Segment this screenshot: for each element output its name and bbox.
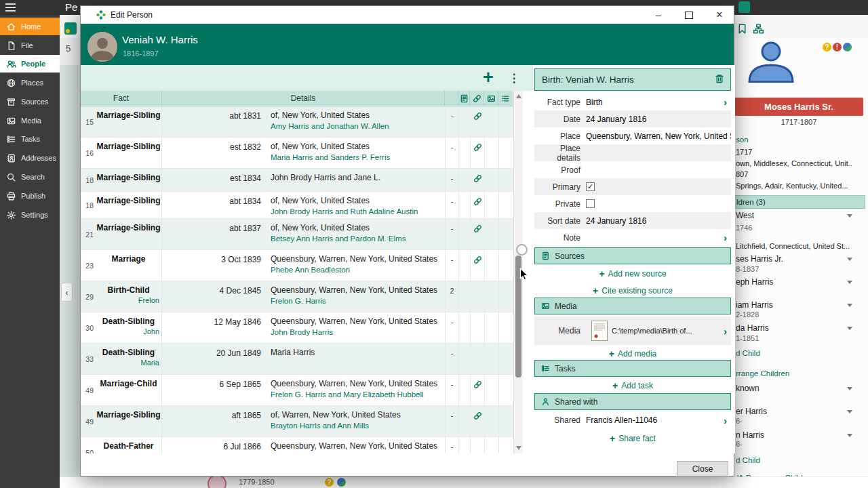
tree-person-row[interactable]: eph Harris [736,277,852,287]
column-header-details[interactable]: Details [162,91,445,106]
avatar[interactable] [87,31,118,62]
link-cell[interactable] [470,219,484,249]
chevron-down-icon[interactable] [847,387,852,390]
collapse-panel-button[interactable]: ‹ [61,283,73,302]
tree-link[interactable]: son [736,136,852,144]
chevron-right-icon[interactable]: › [721,325,731,337]
fact-row[interactable]: 49 Marriage-Sibling aft 1865 of, Warren,… [81,406,513,437]
link-cell[interactable] [470,406,484,436]
alert-icon[interactable]: ! [833,43,842,52]
shared-with-section-header[interactable]: Shared with [534,393,731,410]
add-task-link[interactable]: + Add task [534,380,731,391]
sidebar-item-file[interactable]: File [0,37,60,54]
sidebar-item-people[interactable]: People [0,55,60,73]
field-place-details[interactable]: Place details [534,144,731,161]
chevron-right-icon[interactable]: › [721,96,731,108]
sources-section-header[interactable]: Sources [534,247,731,264]
tree-person-row[interactable]: ses Harris Jr. [736,254,852,264]
sidebar-item-places[interactable]: Places [0,74,60,92]
tree-children-header[interactable]: ldren (3) [734,195,865,209]
fact-row[interactable]: 33 Death-SiblingMaria 20 Jun 1849 Maria … [81,344,513,375]
dialog-titlebar[interactable]: Edit Person – × [81,6,734,24]
field-private[interactable]: Private [534,195,731,212]
tree-person-row[interactable]: iam Harris [736,300,852,310]
sidebar-item-search[interactable]: Search [0,168,60,186]
media-section-header[interactable]: Media [534,298,731,314]
link-cell[interactable] [470,138,484,168]
close-button[interactable]: Close [677,461,728,476]
field-sort-date[interactable]: Sort date 24 January 1816 [534,212,731,229]
chevron-down-icon[interactable] [847,304,852,307]
chevron-down-icon[interactable] [847,258,852,261]
shared-row[interactable]: Shared Francis Allen-11046 › [534,412,731,428]
add-child-link[interactable]: d Child [736,456,852,464]
link-cell[interactable] [470,250,484,281]
fact-row[interactable]: 15 Marriage-Sibling abt 1831 of, New Yor… [81,106,513,138]
tree-person-row[interactable]: known [736,384,852,393]
field-fact-type[interactable]: Fact type Birth › [534,94,731,110]
tree-person-row[interactable]: da Harris [736,323,852,333]
sidebar-item-home[interactable]: Home [0,18,60,35]
share-fact-link[interactable]: + Share fact [534,433,731,444]
tree-person-row[interactable]: West [736,211,852,220]
scroll-up-arrow[interactable] [516,94,521,98]
problem-icon[interactable]: ? [823,43,831,52]
chevron-down-icon[interactable] [847,214,852,218]
fact-row[interactable]: 30 Death-SiblingJohn 12 May 1846 Queensb… [81,312,513,344]
sidebar-item-settings[interactable]: Settings [0,206,60,224]
tree-share-icon[interactable] [64,22,77,35]
sidebar-item-sources[interactable]: Sources [0,93,60,110]
org-chart-icon[interactable] [753,23,764,37]
field-primary[interactable]: Primary ✓ [534,178,731,195]
fact-row[interactable]: 29 Birth-ChildFrelon 4 Dec 1845 Queensbu… [81,281,513,312]
add-media-link[interactable]: + Add media [534,348,731,359]
fact-row[interactable]: 50 Death-Father 6 Jul 1866 Queensbury, W… [81,437,513,453]
fact-row[interactable]: 49 Marriage-Child 6 Sep 1865 Queensbury,… [81,375,513,406]
link-cell[interactable] [470,169,484,191]
field-date[interactable]: Date 24 January 1816 [534,110,731,127]
app-icon[interactable] [738,1,750,13]
close-window-button[interactable]: × [708,6,731,24]
chevron-right-icon[interactable]: › [721,232,731,243]
fact-row[interactable]: 16 Marriage-Sibling est 1832 of, New Yor… [81,138,513,169]
link-cell[interactable] [470,375,484,405]
chevron-down-icon[interactable] [847,327,852,330]
tree-person-row[interactable]: er Harris [736,407,852,416]
chevron-down-icon[interactable] [847,410,852,413]
maximize-button[interactable] [677,6,701,24]
minimize-button[interactable]: – [647,6,670,24]
sidebar-item-publish[interactable]: Publish [0,187,60,205]
private-checkbox[interactable] [586,199,595,208]
chevron-down-icon[interactable] [847,281,852,284]
bookmark-icon[interactable] [736,23,748,37]
sidebar-item-tasks[interactable]: Tasks [0,130,60,148]
fact-row[interactable]: 23 Marriage 3 Oct 1839 Queensbury, Warre… [81,250,513,281]
field-note[interactable]: Note › [534,229,731,246]
tasks-section-header[interactable]: Tasks [534,360,731,377]
field-place[interactable]: Place Queensbury, Warren, New York, Unit… [534,127,731,144]
sidebar-item-media[interactable]: Media [0,112,60,129]
tree-person-row[interactable]: n Harris [736,430,852,440]
add-child-link[interactable]: d Child [736,349,852,357]
sidebar-item-addresses[interactable]: Addresses [0,149,60,167]
add-fact-button[interactable]: + [478,64,498,90]
add-new-source-link[interactable]: + Add new source [534,268,731,279]
fact-row[interactable]: 18 Marriage-Sibling abt 1834 of, New Yor… [81,192,513,219]
column-header-fact[interactable]: Fact [81,91,162,106]
link-cell[interactable] [470,106,484,137]
person-name-badge[interactable]: Moses Harris Sr. [734,98,863,116]
problem-icon[interactable]: ? [325,478,334,487]
chevron-right-icon[interactable]: › [721,415,731,426]
webhint-icon[interactable] [337,478,346,487]
cite-existing-source-link[interactable]: + Cite existing source [534,285,731,296]
field-proof[interactable]: Proof [534,161,731,178]
fact-options-button[interactable]: ⋮ [507,65,521,91]
media-thumbnail[interactable] [591,321,608,341]
fact-row[interactable]: 18 Marriage-Sibling est 1834 John Brody … [81,169,513,192]
fact-row[interactable]: 21 Marriage-Sibling abt 1837 of, New Yor… [81,219,513,250]
media-row[interactable]: Media C:\temp\media\Birth of... › [534,317,731,345]
rearrange-children-link[interactable]: rrange Children [736,369,852,378]
trash-icon[interactable] [714,73,725,86]
webhint-icon[interactable] [843,43,852,52]
primary-checkbox[interactable]: ✓ [586,182,595,191]
